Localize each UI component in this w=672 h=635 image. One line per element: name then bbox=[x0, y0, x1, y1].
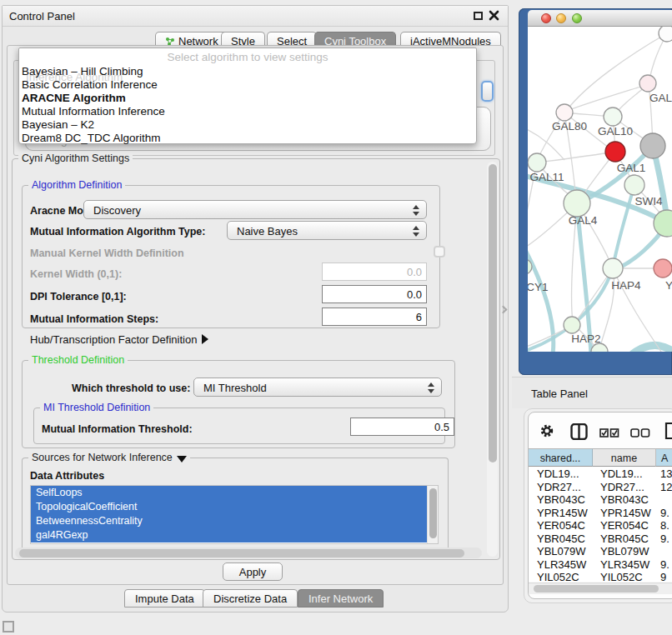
node[interactable] bbox=[639, 75, 656, 92]
cell: YER054C bbox=[537, 519, 585, 532]
minimize-traffic-light-icon[interactable] bbox=[556, 13, 566, 23]
cell: YBR043C bbox=[537, 493, 585, 507]
cell: YDL19... bbox=[600, 468, 643, 481]
hub-definition-label: Hub/Transcription Factor Definition bbox=[30, 333, 197, 346]
tab-impute-data[interactable]: Impute Data bbox=[124, 589, 205, 608]
table-row[interactable]: YIL052CYIL052C9 bbox=[529, 571, 672, 581]
network-view-window[interactable]: GAL GAL80 GAL10 GAL11 GAL1 SWI4 GAL4 GCY… bbox=[519, 8, 672, 375]
which-threshold-combo[interactable]: MI Threshold bbox=[193, 378, 442, 397]
sources-group-title[interactable]: Sources for Network Inference bbox=[28, 452, 190, 463]
node-pink[interactable] bbox=[654, 259, 672, 278]
node-gal10[interactable] bbox=[604, 108, 622, 126]
table-rows[interactable]: YDL19...YDL19...13 YDR27...YDR27...12 YB… bbox=[529, 468, 672, 581]
node-label: GAL80 bbox=[552, 120, 587, 132]
select-all-icon[interactable] bbox=[599, 427, 619, 442]
float-window-icon[interactable] bbox=[474, 12, 483, 20]
table-panel-titlebar[interactable]: Table Panel bbox=[512, 377, 672, 408]
close-traffic-light-icon[interactable] bbox=[541, 13, 551, 23]
cell: 9. bbox=[660, 532, 669, 546]
aracne-mode-combo[interactable]: Discovery bbox=[83, 200, 427, 219]
dropdown-item[interactable]: Basic Correlation Inference bbox=[22, 78, 158, 92]
node-label: GAL11 bbox=[529, 171, 564, 183]
table-row[interactable]: YPR145WYPR145W9. bbox=[529, 507, 672, 520]
cell: YDR27... bbox=[600, 481, 644, 494]
list-item-selected[interactable]: gal4RGexp bbox=[31, 528, 427, 542]
column-header-shared-name[interactable]: shared... bbox=[529, 448, 593, 467]
zoom-traffic-light-icon[interactable] bbox=[572, 13, 582, 23]
deselect-all-icon[interactable] bbox=[630, 427, 650, 442]
cell: 9. bbox=[660, 558, 669, 572]
node-gal11[interactable] bbox=[528, 153, 546, 172]
mi-type-combo[interactable]: Naive Bayes bbox=[227, 221, 427, 240]
settings-vertical-scrollbar[interactable] bbox=[487, 162, 498, 557]
manual-kernel-label: Manual Kernel Width Definition bbox=[30, 248, 184, 259]
dropdown-item[interactable]: Bayesian – Hill Climbing bbox=[22, 65, 143, 78]
node-swi4[interactable] bbox=[654, 210, 672, 237]
group-title: Cyni Algorithm Settings bbox=[18, 152, 133, 164]
cell: YDR27... bbox=[537, 481, 581, 494]
node-gal4[interactable] bbox=[564, 190, 590, 217]
column-header-name[interactable]: name bbox=[593, 448, 656, 467]
algorithm-combo-arrow-fragment[interactable] bbox=[481, 81, 494, 102]
split-columns-icon[interactable] bbox=[570, 423, 588, 443]
dropdown-item[interactable]: Dream8 DC_TDC Algorithm bbox=[22, 132, 161, 145]
cell: 8. bbox=[660, 519, 669, 532]
gear-icon[interactable] bbox=[539, 423, 554, 442]
node-red-selected[interactable] bbox=[605, 142, 625, 162]
combo-arrows-icon bbox=[428, 382, 434, 393]
cell: YIL052C bbox=[537, 571, 579, 581]
tab-label: Impute Data bbox=[135, 592, 194, 605]
list-vertical-scrollbar[interactable] bbox=[427, 486, 438, 543]
dropdown-item[interactable]: Bayesian – K2 bbox=[22, 118, 94, 132]
table-row[interactable]: YDR27...YDR27...12 bbox=[529, 481, 672, 494]
table-row[interactable]: YBR045CYBR045C9. bbox=[529, 532, 672, 546]
export-table-icon[interactable] bbox=[664, 422, 672, 443]
table-row[interactable]: YER054CYER054C8. bbox=[529, 519, 672, 532]
list-item-selected[interactable]: SelfLoops bbox=[31, 486, 427, 500]
node-gal80[interactable] bbox=[556, 104, 573, 121]
dpi-tolerance-input[interactable]: 0.0 bbox=[322, 285, 427, 303]
combo-value: Naive Bayes bbox=[237, 225, 298, 238]
manual-kernel-checkbox[interactable] bbox=[434, 246, 445, 258]
group-title: Algorithm Definition bbox=[28, 179, 125, 191]
list-item-selected[interactable]: BetweennessCentrality bbox=[31, 514, 427, 528]
node-gray[interactable] bbox=[640, 133, 665, 158]
mi-steps-input[interactable]: 6 bbox=[322, 308, 427, 326]
dropdown-item-highlighted[interactable]: ARACNE Algorithm bbox=[22, 92, 126, 105]
cell: YBL079W bbox=[537, 545, 586, 558]
data-attributes-label: Data Attributes bbox=[30, 470, 104, 482]
network-window-titlebar[interactable] bbox=[528, 10, 672, 27]
dpi-tolerance-label: DPI Tolerance [0,1]: bbox=[30, 291, 127, 302]
node[interactable] bbox=[659, 27, 672, 42]
table-row[interactable]: YBR043CYBR043C bbox=[529, 493, 672, 507]
dropdown-item[interactable]: Mutual Information Inference bbox=[22, 105, 165, 118]
tab-infer-network[interactable]: Infer Network bbox=[298, 589, 384, 608]
tab-label: Infer Network bbox=[308, 592, 373, 605]
table-row[interactable]: YLR345WYLR345W9. bbox=[529, 558, 672, 572]
tab-discretize-data[interactable]: Discretize Data bbox=[203, 589, 298, 608]
node-label: HAP4 bbox=[611, 279, 641, 292]
list-item-selected[interactable]: TopologicalCoefficient bbox=[31, 500, 427, 514]
kernel-width-input[interactable]: 0.0 bbox=[322, 262, 427, 281]
table-horizontal-scrollbar[interactable] bbox=[529, 582, 672, 594]
cell: YBL079W bbox=[600, 545, 649, 558]
close-icon[interactable] bbox=[489, 10, 499, 21]
dock-panel-icon[interactable] bbox=[3, 621, 14, 632]
apply-button[interactable]: Apply bbox=[223, 562, 283, 581]
node-gal1[interactable] bbox=[624, 175, 644, 195]
node-hap2[interactable] bbox=[564, 317, 580, 333]
network-canvas[interactable]: GAL GAL80 GAL10 GAL11 GAL1 SWI4 GAL4 GCY… bbox=[528, 27, 672, 352]
hub-definition-expander[interactable]: Hub/Transcription Factor Definition bbox=[30, 333, 208, 346]
data-attributes-list[interactable]: SelfLoops TopologicalCoefficient Between… bbox=[30, 485, 439, 544]
column-header-cut[interactable]: A bbox=[656, 448, 672, 467]
cell: YPR145W bbox=[600, 507, 651, 520]
which-threshold-label: Which threshold to use: bbox=[72, 382, 190, 394]
node-hap4[interactable] bbox=[603, 258, 623, 278]
mi-threshold-input[interactable]: 0.5 bbox=[350, 418, 454, 436]
table-row[interactable]: YDL19...YDL19...13 bbox=[529, 468, 672, 481]
node-label: HAP2 bbox=[571, 332, 600, 345]
settings-horizontal-scrollbar[interactable] bbox=[15, 548, 482, 558]
table-row[interactable]: YBL079WYBL079W bbox=[529, 545, 672, 558]
cell: YBR043C bbox=[600, 493, 649, 507]
control-panel-titlebar[interactable]: Control Panel bbox=[3, 6, 508, 27]
